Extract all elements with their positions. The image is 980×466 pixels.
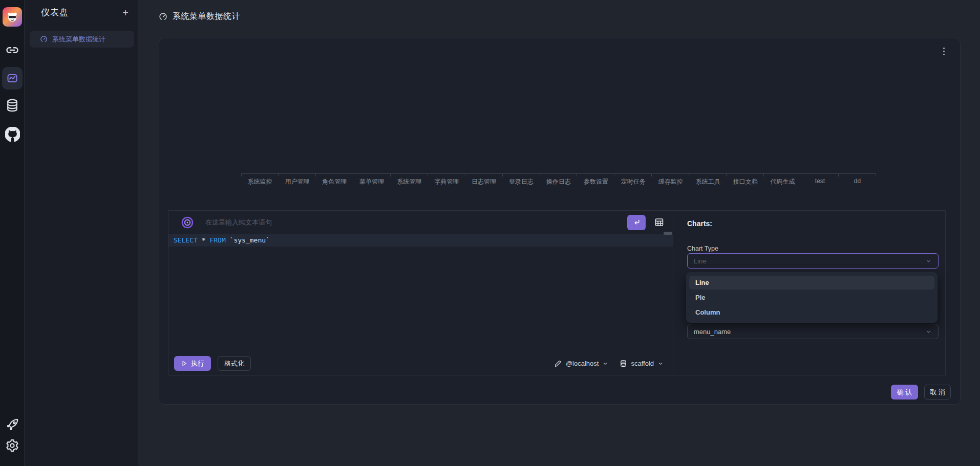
app-logo-icon[interactable] [3, 7, 22, 27]
github-icon[interactable] [0, 127, 25, 142]
axis-label: 字典管理 [428, 174, 465, 186]
chart-type-dropdown: Line Pie Column [686, 272, 938, 323]
yaxis-value: menu_name [694, 328, 731, 336]
add-dashboard-button[interactable]: + [122, 8, 129, 18]
target-icon [181, 216, 194, 229]
kebab-menu-icon[interactable] [941, 46, 947, 57]
query-builder-box: 在这里输入纯文本语句 SELEC [168, 210, 946, 375]
axis-label: 系统工具 [689, 174, 727, 186]
link-nav-icon[interactable] [0, 43, 25, 57]
app-window: 仪表盘 + 系统菜单数据统计 系统菜单数据统计 系 [0, 0, 980, 466]
database-label: scaffold [631, 360, 654, 367]
dashboard-card: 系统监控 用户管理 角色管理 菜单管理 系统管理 字典管理 日志管理 登录日志 … [159, 38, 961, 405]
sidebar-item-menu-stats[interactable]: 系统菜单数据统计 [30, 31, 134, 48]
axis-label: 角色管理 [316, 174, 353, 186]
submit-query-button[interactable] [627, 215, 646, 230]
cancel-button[interactable]: 取 消 [924, 385, 951, 400]
axis-label: 日志管理 [465, 174, 503, 186]
page-title: 系统菜单数据统计 [173, 11, 240, 22]
chevron-down-icon [925, 258, 932, 264]
horizontal-scrollbar[interactable] [664, 232, 672, 235]
axis-label: 接口文档 [727, 174, 764, 186]
pen-icon [554, 360, 562, 368]
connection-label: @localhost [566, 360, 599, 367]
chevron-down-icon [602, 361, 608, 367]
axis-label: 代码生成 [764, 174, 801, 186]
gauge-icon [40, 35, 48, 43]
chart-x-axis: 系统监控 用户管理 角色管理 菜单管理 系统管理 字典管理 日志管理 登录日志 … [241, 173, 876, 186]
axis-label: 用户管理 [279, 174, 316, 186]
charts-config-panel: Charts: Chart Type Line Line Pie Column … [673, 211, 945, 375]
dropdown-option-column[interactable]: Column [689, 305, 934, 319]
axis-label: 操作日志 [540, 174, 578, 186]
run-sql-label: 执行 [191, 359, 204, 368]
editor-action-bar: 执行 格式化 @localhost [174, 356, 667, 371]
confirm-button[interactable]: 确 认 [891, 385, 919, 400]
dashboard-nav-icon[interactable] [0, 72, 25, 84]
chevron-down-icon [657, 361, 664, 367]
chart-type-label: Chart Type [687, 245, 718, 252]
page-header: 系统菜单数据统计 [159, 11, 240, 22]
rocket-icon[interactable] [0, 418, 25, 432]
database-nav-icon[interactable] [0, 98, 25, 113]
axis-label: 系统监控 [241, 174, 279, 186]
axis-label: 定时任务 [614, 174, 652, 186]
main-content: 系统菜单数据统计 系统监控 用户管理 角色管理 菜单管理 系统管理 字典管理 日… [138, 0, 980, 466]
icon-rail [0, 0, 25, 466]
card-footer: 确 认 取 消 [891, 385, 951, 400]
dropdown-option-line[interactable]: Line [689, 276, 934, 290]
sidebar-title: 仪表盘 [41, 7, 69, 18]
format-sql-label: 格式化 [224, 359, 244, 368]
axis-label: 菜单管理 [353, 174, 391, 186]
sql-text: * [198, 236, 209, 244]
settings-gear-icon[interactable] [0, 438, 25, 453]
axis-label: 缓存监控 [652, 174, 689, 186]
axis-label: 登录日志 [503, 174, 540, 186]
dropdown-option-pie[interactable]: Pie [689, 291, 934, 304]
sidebar-item-label: 系统菜单数据统计 [52, 35, 105, 44]
axis-label: dd [839, 174, 876, 186]
sql-keyword: SELECT [174, 236, 198, 244]
yaxis-select[interactable]: menu_name [687, 324, 939, 339]
chart-type-select[interactable]: Line [687, 253, 939, 269]
nl-query-bar: 在这里输入纯文本语句 [168, 211, 673, 234]
database-selector[interactable]: scaffold [620, 360, 664, 367]
sql-text: `sys_menu` [226, 236, 270, 244]
sql-keyword: FROM [209, 236, 225, 244]
database-icon [620, 360, 627, 367]
table-view-icon[interactable] [654, 217, 665, 228]
chart-type-value: Line [694, 257, 707, 265]
dashboard-sidebar: 仪表盘 + 系统菜单数据统计 [25, 0, 138, 466]
play-icon [181, 360, 187, 367]
connection-selector[interactable]: @localhost [554, 360, 609, 368]
sidebar-header: 仪表盘 + [25, 0, 138, 18]
axis-label: test [801, 174, 839, 186]
sql-editor: 在这里输入纯文本语句 SELEC [168, 211, 673, 375]
gauge-icon [159, 12, 167, 21]
chevron-down-icon [925, 328, 932, 335]
axis-label: 参数设置 [577, 174, 614, 186]
sql-code-line[interactable]: SELECT * FROM `sys_menu` [168, 234, 673, 247]
nl-query-input[interactable]: 在这里输入纯文本语句 [205, 218, 272, 227]
run-sql-button[interactable]: 执行 [174, 356, 211, 371]
panda-icon [6, 10, 19, 24]
axis-label: 系统管理 [391, 174, 428, 186]
charts-panel-title: Charts: [687, 219, 712, 228]
format-sql-button[interactable]: 格式化 [218, 356, 251, 371]
